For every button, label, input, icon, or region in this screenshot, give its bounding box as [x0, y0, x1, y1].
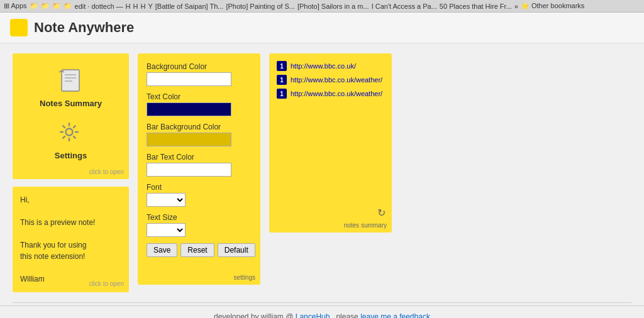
notes-summary-label: Notes Summary: [40, 99, 102, 108]
note-badge-1: 1: [277, 61, 287, 71]
note-link-1[interactable]: http://www.bbc.co.uk/: [291, 62, 356, 70]
footer-separator: , please: [332, 312, 358, 318]
note-item-3: 1 http://www.bbc.co.uk/weather/: [277, 89, 384, 99]
default-button[interactable]: Default: [218, 243, 255, 257]
text-color-group: Text Color 000066: [147, 92, 252, 116]
browser-tab[interactable]: 50 Places that Hire Fr...: [440, 3, 512, 10]
svg-rect-0: [62, 70, 79, 91]
background-color-input[interactable]: FFF046: [147, 72, 231, 86]
main-content: Notes Summary Settings click to open Hi,…: [0, 43, 644, 302]
browser-tab[interactable]: H: [133, 3, 138, 10]
bar-text-color-input[interactable]: FFFFFF: [147, 163, 231, 177]
settings-footer: settings: [234, 274, 255, 281]
browser-tab[interactable]: [Photo] Painting of S...: [226, 3, 294, 10]
browser-tab[interactable]: Y: [148, 3, 152, 10]
note-link-2[interactable]: http://www.bbc.co.uk/weather/: [291, 76, 382, 84]
settings-icon: [55, 118, 86, 148]
app-icon: [10, 19, 28, 36]
notes-summary-section[interactable]: Notes Summary: [40, 66, 102, 108]
bar-text-color-group: Bar Text Color FFFFFF: [147, 153, 252, 177]
reset-button[interactable]: Reset: [180, 243, 214, 257]
other-bookmarks[interactable]: ⭐ Other bookmarks: [521, 2, 584, 10]
browser-tab[interactable]: 📁: [30, 2, 38, 10]
lancehub-link[interactable]: LanceHub: [296, 312, 330, 318]
font-select[interactable]: [147, 193, 186, 207]
settings-panel: Background Color FFF046 Text Color 00006…: [138, 53, 260, 285]
text-color-input[interactable]: 000066: [147, 102, 231, 116]
browser-tab[interactable]: edit · dottech —: [75, 3, 123, 10]
bar-bg-color-label: Bar Background Color: [147, 123, 252, 131]
browser-tab[interactable]: 📁: [41, 2, 50, 10]
browser-tab[interactable]: [Battle of Saipan] Th...: [155, 3, 224, 10]
browser-tab[interactable]: 📁: [52, 2, 61, 10]
notes-summary-panel: 1 http://www.bbc.co.uk/ 1 http://www.bbc…: [269, 53, 392, 233]
note-badge-3: 1: [277, 89, 287, 99]
svg-point-4: [66, 129, 73, 136]
notes-summary-icon: [55, 66, 86, 96]
preview-line3: This is a preview note!: [20, 217, 121, 228]
browser-tab[interactable]: 📁: [64, 2, 72, 10]
refresh-icon[interactable]: ↻: [377, 207, 386, 219]
text-size-group: Text Size: [147, 213, 252, 237]
bar-bg-color-group: Bar Background Color DDBB00: [147, 123, 252, 146]
bar-text-color-label: Bar Text Color: [147, 153, 252, 162]
settings-section[interactable]: Settings: [55, 118, 87, 160]
left-column: Notes Summary Settings click to open Hi,…: [13, 53, 129, 292]
footer-divider: [13, 302, 631, 303]
feedback-link[interactable]: leave me a feedback: [360, 312, 430, 318]
preview-line1: Hi,: [20, 194, 121, 206]
browser-bar: ⊞ Apps 📁 📁 📁 📁 edit · dottech — H H H Y …: [0, 0, 644, 13]
preview-click-to-open: click to open: [89, 279, 124, 288]
bar-bg-color-input[interactable]: DDBB00: [147, 133, 231, 146]
text-size-select[interactable]: [147, 223, 186, 237]
font-label: Font: [147, 183, 252, 192]
text-color-label: Text Color: [147, 92, 252, 101]
browser-tab[interactable]: [Photo] Sailors in a m...: [297, 3, 369, 10]
browser-tab-more[interactable]: »: [514, 3, 518, 10]
browser-tab[interactable]: I Can't Access a Pa...: [372, 3, 437, 10]
settings-label: Settings: [55, 151, 87, 160]
text-size-label: Text Size: [147, 213, 252, 222]
left-top-panel: Notes Summary Settings click to open: [13, 53, 129, 179]
browser-tab[interactable]: ⊞ Apps: [4, 2, 27, 10]
app-title: Note Anywhere: [34, 19, 134, 36]
notes-list: 1 http://www.bbc.co.uk/ 1 http://www.bbc…: [277, 61, 384, 99]
footer: developed by william @ LanceHub , please…: [0, 305, 644, 318]
app-header: Note Anywhere: [0, 13, 644, 43]
background-color-label: Background Color: [147, 62, 252, 71]
preview-line6: this note extension!: [20, 251, 121, 262]
save-button[interactable]: Save: [147, 243, 177, 257]
font-group: Font: [147, 183, 252, 207]
footer-text: developed by william @: [214, 312, 293, 318]
note-link-3[interactable]: http://www.bbc.co.uk/weather/: [291, 90, 382, 97]
preview-note: Hi, This is a preview note! Thank you fo…: [13, 187, 129, 292]
left-click-to-open: click to open: [89, 168, 124, 175]
note-item-1: 1 http://www.bbc.co.uk/: [277, 61, 384, 71]
note-item-2: 1 http://www.bbc.co.uk/weather/: [277, 75, 384, 85]
browser-tab[interactable]: H: [126, 3, 131, 10]
preview-line5: Thank you for using: [20, 239, 121, 251]
background-color-group: Background Color FFF046: [147, 62, 252, 86]
notes-summary-footer: notes summary: [344, 222, 387, 229]
note-badge-2: 1: [277, 75, 287, 85]
settings-buttons: Save Reset Default: [147, 243, 252, 257]
browser-tab[interactable]: H: [140, 3, 145, 10]
